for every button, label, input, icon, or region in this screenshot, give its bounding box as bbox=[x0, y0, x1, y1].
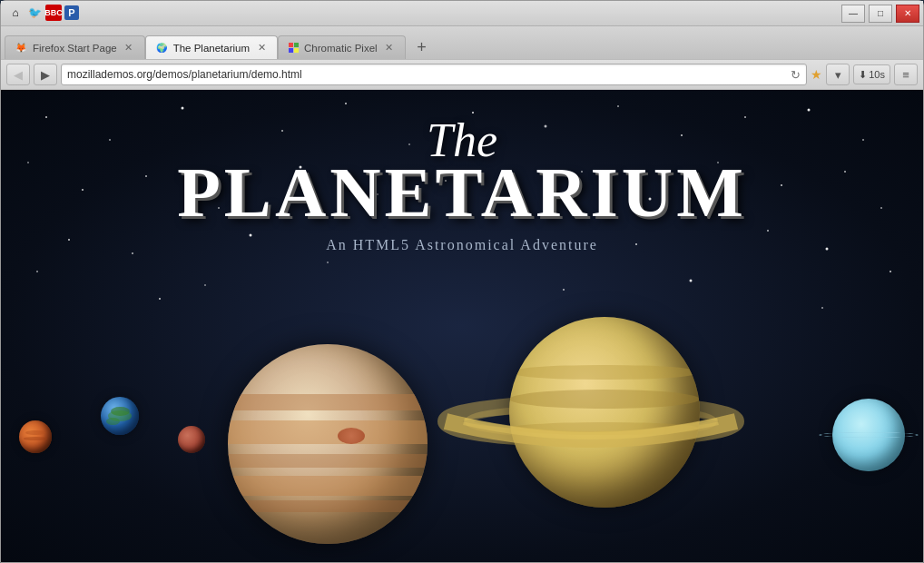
tab-chromatic[interactable]: Chromatic Pixel ✕ bbox=[278, 35, 406, 59]
navigation-bar: ◀ ▶ ↻ ★ ▾ ⬇ 10s ≡ bbox=[1, 59, 923, 90]
twitter-icon[interactable]: 🐦 bbox=[26, 5, 43, 21]
title-bar: ⌂ 🐦 BBC P — □ ✕ bbox=[1, 1, 923, 26]
address-bar-container: ↻ bbox=[61, 64, 807, 85]
minimize-button[interactable]: — bbox=[841, 5, 865, 23]
tab-label-chromatic: Chromatic Pixel bbox=[304, 43, 378, 54]
bookmark-star-button[interactable]: ★ bbox=[811, 67, 822, 82]
tab-favicon-firefox: 🦊 bbox=[15, 42, 27, 54]
back-button[interactable]: ◀ bbox=[6, 64, 30, 85]
window-controls: — □ ✕ bbox=[841, 5, 919, 23]
reload-icon: ↻ bbox=[791, 68, 801, 82]
planet-small-red bbox=[178, 426, 205, 453]
saturn-ring-front bbox=[437, 385, 745, 458]
title-planetarium: Planetarium bbox=[1, 157, 923, 228]
planet-saturn-wrapper bbox=[482, 290, 772, 508]
browser-window: ⌂ 🐦 BBC P — □ ✕ 🦊 Firefox Start Page ✕ 🌍… bbox=[0, 0, 924, 563]
pressboard-icon[interactable]: P bbox=[64, 5, 79, 20]
forward-button[interactable]: ▶ bbox=[34, 64, 57, 85]
home-icon[interactable]: ⌂ bbox=[7, 5, 24, 21]
planet-jupiter bbox=[228, 344, 428, 544]
tab-close-planetarium[interactable]: ✕ bbox=[255, 42, 268, 54]
reload-button[interactable]: ↻ bbox=[791, 68, 801, 82]
tab-label-firefox: Firefox Start Page bbox=[33, 43, 117, 54]
planet-mars bbox=[19, 420, 52, 453]
planet-earth bbox=[101, 397, 139, 435]
bbc-icon[interactable]: BBC bbox=[45, 5, 62, 21]
page-title-area: The Planetarium An HTML5 Astronomical Ad… bbox=[1, 117, 923, 253]
menu-icon: ≡ bbox=[902, 68, 909, 82]
menu-button[interactable]: ≡ bbox=[894, 64, 918, 85]
tab-label-planetarium: The Planetarium bbox=[173, 43, 250, 54]
bookmark-dropdown-button[interactable]: ▾ bbox=[826, 64, 850, 85]
download-badge[interactable]: ⬇ 10s bbox=[853, 64, 890, 84]
tab-bar: 🦊 Firefox Start Page ✕ 🌍 The Planetarium… bbox=[1, 26, 923, 59]
tab-close-firefox[interactable]: ✕ bbox=[123, 42, 135, 54]
back-icon: ◀ bbox=[14, 68, 23, 82]
tab-favicon-chromatic bbox=[288, 43, 299, 54]
new-tab-button[interactable]: + bbox=[409, 35, 435, 59]
webpage-content: The Planetarium An HTML5 Astronomical Ad… bbox=[1, 90, 923, 562]
planets-area bbox=[1, 272, 923, 562]
tab-firefox-start[interactable]: 🦊 Firefox Start Page ✕ bbox=[5, 35, 145, 59]
close-button[interactable]: ✕ bbox=[896, 5, 919, 23]
download-time: 10s bbox=[869, 69, 885, 80]
planet-uranus bbox=[832, 399, 905, 471]
tab-planetarium[interactable]: 🌍 The Planetarium ✕ bbox=[145, 35, 278, 59]
download-icon: ⬇ bbox=[859, 69, 867, 81]
address-input[interactable] bbox=[67, 68, 791, 81]
tab-favicon-planetarium: 🌍 bbox=[155, 42, 168, 54]
maximize-button[interactable]: □ bbox=[869, 5, 892, 23]
star-icon: ★ bbox=[811, 67, 822, 82]
forward-icon: ▶ bbox=[41, 68, 50, 82]
chevron-down-icon: ▾ bbox=[835, 68, 841, 82]
title-subtitle: An HTML5 Astronomical Adventure bbox=[1, 237, 923, 253]
tab-close-chromatic[interactable]: ✕ bbox=[383, 42, 396, 54]
